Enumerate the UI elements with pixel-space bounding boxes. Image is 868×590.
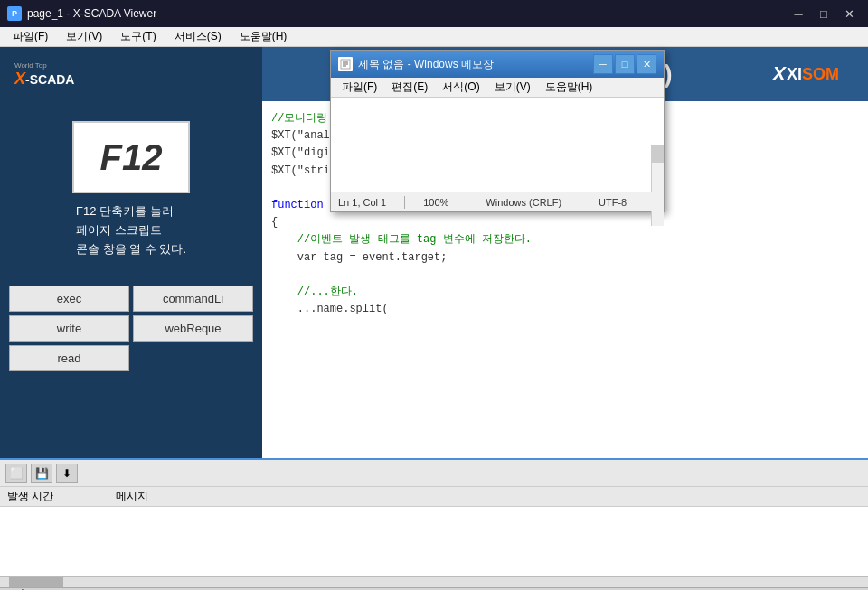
code-line-12: ...name.split(	[271, 301, 859, 318]
h-scrollbar[interactable]	[0, 576, 868, 587]
window-title: page_1 - X-SCADA Viewer	[27, 7, 156, 20]
title-bar-controls: ─ □ ✕	[787, 4, 861, 23]
tool-btn-save[interactable]: 💾	[31, 464, 52, 483]
notepad-maximize-button[interactable]: □	[615, 54, 635, 74]
notepad-position: Ln 1, Col 1	[338, 197, 386, 208]
notepad-menu-format[interactable]: 서식(O)	[435, 78, 486, 97]
notepad-minimize-button[interactable]: ─	[593, 54, 613, 74]
tool-btn-1[interactable]: ⬜	[5, 464, 27, 483]
menu-bar: 파일(F) 보기(V) 도구(T) 서비스(S) 도움말(H)	[0, 27, 868, 47]
webrequest-button[interactable]: webReque	[133, 315, 253, 342]
log-header-time: 발생 시간	[0, 489, 108, 504]
logo-brand: X -SCADA	[14, 70, 74, 89]
notepad-menu: 파일(F) 편집(E) 서식(O) 보기(V) 도움말(H)	[331, 78, 664, 98]
title-bar-left: P page_1 - X-SCADA Viewer	[7, 6, 156, 21]
f12-key-box: F12	[72, 121, 190, 193]
xi-x-prefix: X	[772, 62, 786, 86]
notepad-titlebar: 제목 없음 - Windows 메모장 ─ □ ✕	[331, 51, 664, 78]
maximize-button[interactable]: □	[812, 4, 835, 23]
h-scroll-thumb	[9, 577, 63, 587]
code-line-11: //...한다.	[271, 284, 859, 301]
notepad-app-icon	[338, 57, 353, 71]
notepad-encoding: UTF-8	[599, 197, 627, 208]
notepad-controls: ─ □ ✕	[593, 54, 656, 74]
notepad-scrollbar[interactable]	[651, 145, 664, 226]
left-panel: World Top X -SCADA F12 F12 단축키를 눌러 페이지 스…	[0, 47, 262, 458]
menu-file[interactable]: 파일(F)	[4, 27, 57, 46]
app-icon: P	[7, 6, 22, 21]
xisom-logo: X XI SOM	[761, 59, 850, 89]
menu-tools[interactable]: 도구(T)	[111, 27, 165, 46]
notepad-menu-view[interactable]: 보기(V)	[487, 78, 538, 97]
logo-x: X	[14, 70, 25, 89]
log-body	[0, 507, 868, 579]
logo-scada: -SCADA	[25, 72, 74, 87]
menu-help[interactable]: 도움말(H)	[231, 27, 297, 46]
notepad-window: 제목 없음 - Windows 메모장 ─ □ ✕ 파일(F) 편집(E) 서식…	[330, 50, 665, 212]
exec-button[interactable]: exec	[9, 286, 129, 312]
write-button[interactable]: write	[9, 315, 129, 342]
menu-services[interactable]: 서비스(S)	[165, 27, 231, 46]
bottom-panel: ⬜ 💾 ⬇ 발생 시간 메시지 read	[0, 458, 868, 590]
notepad-menu-file[interactable]: 파일(F)	[335, 78, 384, 97]
notepad-close-button[interactable]: ✕	[637, 54, 656, 74]
status-divider-1	[404, 196, 405, 209]
xi-part: XI	[787, 65, 802, 84]
function-buttons: exec commandLi write webReque read	[9, 286, 253, 371]
f12-description: F12 단축키를 눌러 페이지 스크립트 콘솔 창을 열 수 있다.	[76, 202, 186, 258]
menu-view[interactable]: 보기(V)	[57, 27, 111, 46]
logo-area: World Top X -SCADA	[9, 56, 253, 94]
notepad-menu-edit[interactable]: 편집(E)	[384, 78, 435, 97]
som-part: SOM	[802, 65, 839, 84]
notepad-title-text: 제목 없음 - Windows 메모장	[358, 57, 494, 72]
bottom-toolbar: ⬜ 💾 ⬇	[0, 460, 868, 487]
commandline-button[interactable]: commandLi	[133, 286, 253, 312]
title-bar: P page_1 - X-SCADA Viewer ─ □ ✕	[0, 0, 868, 27]
status-divider-2	[467, 196, 467, 209]
read-button[interactable]: read	[9, 345, 129, 371]
code-line-10	[271, 267, 859, 284]
code-line-9: var tag = event.target;	[271, 249, 859, 267]
log-table-header: 발생 시간 메시지	[0, 487, 868, 507]
notepad-zoom: 100%	[423, 197, 448, 208]
minimize-button[interactable]: ─	[787, 4, 810, 23]
status-divider-3	[580, 196, 580, 209]
notepad-statusbar: Ln 1, Col 1 100% Windows (CRLF) UTF-8	[331, 192, 664, 211]
notepad-menu-help[interactable]: 도움말(H)	[538, 78, 600, 97]
tool-btn-down[interactable]: ⬇	[56, 464, 78, 483]
notepad-editor-area	[331, 98, 664, 179]
log-header-message: 메시지	[108, 489, 868, 504]
notepad-title-left: 제목 없음 - Windows 메모장	[338, 57, 494, 72]
notepad-line-ending: Windows (CRLF)	[486, 197, 561, 208]
world-top-label: World Top	[14, 61, 47, 70]
xscada-logo: World Top X -SCADA	[14, 61, 74, 89]
code-line-7: {	[271, 214, 859, 231]
code-line-8: //이벤트 발생 태그를 tag 변수에 저장한다.	[271, 231, 859, 248]
notepad-text-input[interactable]	[331, 98, 652, 179]
f12-key-label: F12	[100, 137, 163, 178]
close-button[interactable]: ✕	[837, 4, 861, 23]
